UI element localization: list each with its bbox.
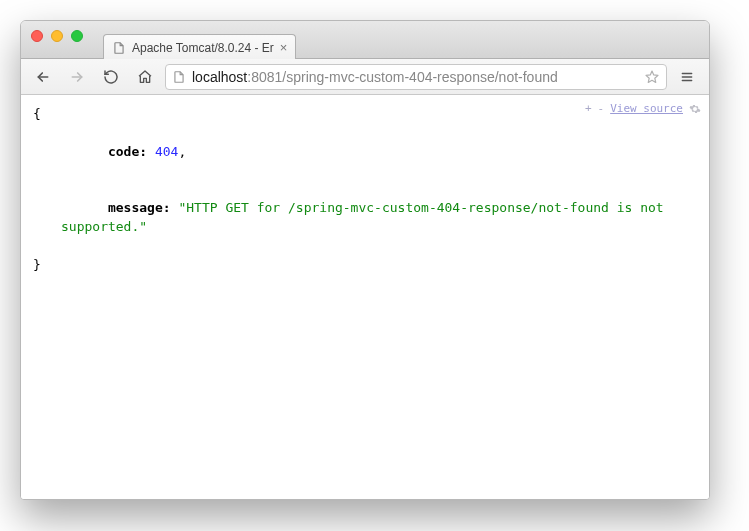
traffic-lights — [31, 30, 83, 42]
gear-icon[interactable] — [689, 103, 701, 115]
page-content: + - View source { code: 404, message: "H… — [21, 95, 709, 499]
json-close-brace: } — [33, 256, 697, 275]
home-button[interactable] — [131, 64, 159, 90]
back-button[interactable] — [29, 64, 57, 90]
collapse-all-button[interactable]: - — [598, 101, 605, 117]
close-tab-icon[interactable]: × — [280, 40, 288, 55]
jsonview-toolbar: + - View source — [585, 101, 701, 117]
address-bar[interactable]: localhost:8081/spring-mvc-custom-404-res… — [165, 64, 667, 90]
expand-all-button[interactable]: + — [585, 101, 592, 117]
maximize-window-button[interactable] — [71, 30, 83, 42]
json-message-key: message: — [108, 200, 171, 215]
browser-tab[interactable]: Apache Tomcat/8.0.24 - Er × — [103, 34, 296, 59]
view-source-link[interactable]: View source — [610, 101, 683, 117]
browser-window: Apache Tomcat/8.0.24 - Er × localhost:80… — [20, 20, 710, 500]
url-text: localhost:8081/spring-mvc-custom-404-res… — [192, 69, 638, 85]
forward-button[interactable] — [63, 64, 91, 90]
json-comma: , — [178, 144, 186, 159]
file-icon — [112, 41, 126, 55]
toolbar: localhost:8081/spring-mvc-custom-404-res… — [21, 59, 709, 95]
tab-title: Apache Tomcat/8.0.24 - Er — [132, 41, 274, 55]
reload-button[interactable] — [97, 64, 125, 90]
bookmark-star-icon[interactable] — [644, 69, 660, 85]
menu-button[interactable] — [673, 64, 701, 90]
json-message-line: message: "HTTP GET for /spring-mvc-custo… — [33, 180, 697, 255]
url-host: localhost — [192, 69, 247, 85]
json-code-value: 404 — [155, 144, 178, 159]
titlebar: Apache Tomcat/8.0.24 - Er × — [21, 21, 709, 59]
url-path: :8081/spring-mvc-custom-404-response/not… — [247, 69, 558, 85]
close-window-button[interactable] — [31, 30, 43, 42]
page-icon — [172, 70, 186, 84]
json-code-key: code: — [108, 144, 147, 159]
minimize-window-button[interactable] — [51, 30, 63, 42]
json-code-line: code: 404, — [33, 124, 697, 181]
